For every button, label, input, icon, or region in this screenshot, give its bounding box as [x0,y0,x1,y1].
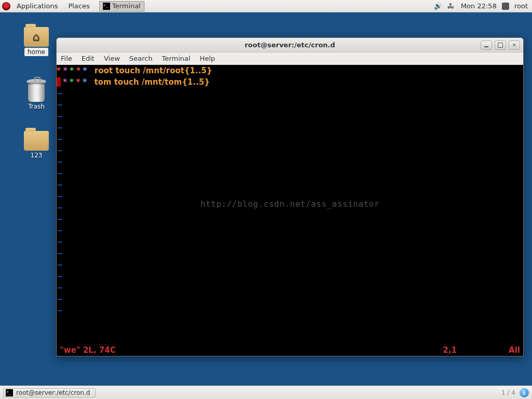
vim-empty-line: ~ [57,122,523,134]
info-icon[interactable] [520,388,529,397]
vim-status-line: "we" 2L, 74C 2,1 All [57,344,523,356]
vim-empty-line: ~ [57,248,523,259]
minimize-button[interactable] [481,41,492,50]
vim-empty-line: ~ [57,88,523,99]
menu-view[interactable]: View [104,55,120,62]
desktop-icon-label: Trash [28,103,45,110]
folder-icon [24,131,49,151]
vim-empty-line: ~ [57,236,523,248]
menubar: File Edit View Search Terminal Help [57,52,523,65]
vim-empty-line: ~ [57,259,523,271]
desktop-icon-label: 123 [31,152,43,159]
menu-search[interactable]: Search [129,55,153,62]
applications-menu[interactable]: Applications [12,2,62,10]
top-task-terminal[interactable]: Terminal [99,1,144,11]
cron-line: * * * * * root touch /mnt/root{1..5} [57,65,523,76]
vim-empty-line: ~ [57,282,523,294]
desktop-icon-trash[interactable]: Trash [16,78,57,110]
maximize-button[interactable] [495,41,506,50]
titlebar[interactable]: root@server:/etc/cron.d [57,38,523,52]
vim-status-right: All [509,344,520,356]
folder-icon [24,27,49,47]
taskbar-item-terminal[interactable]: root@server:/etc/cron.d [3,388,96,397]
vim-empty-line: ~ [57,179,523,191]
workspace-pager[interactable]: 1 / 4 [501,389,515,396]
vim-empty-line: ~ [57,294,523,305]
trash-icon [25,78,47,102]
places-menu[interactable]: Places [64,2,94,10]
top-task-label: Terminal [112,2,141,10]
desktop-icon-home[interactable]: home [16,27,57,56]
distro-icon[interactable] [2,2,10,10]
user-menu[interactable]: root [514,2,528,10]
vim-empty-line: ~ [57,145,523,156]
desktop-icon-folder-123[interactable]: 123 [16,131,57,159]
top-panel: Applications Places Terminal Mon 22:58 r… [0,0,532,12]
vim-empty-line: ~ [57,111,523,122]
taskbar-item-label: root@server:/etc/cron.d [16,389,90,396]
network-icon[interactable] [447,2,456,10]
terminal-window: root@server:/etc/cron.d File Edit View S… [56,37,524,356]
vim-status-pos: 2,1 [443,344,457,356]
desktop-icon-label: home [24,48,48,56]
clock[interactable]: Mon 22:58 [461,2,497,10]
volume-icon[interactable] [434,2,442,10]
cron-line: * * * * * tom touch /mnt/tom{1..5} [57,76,523,88]
vim-empty-line: ~ [57,134,523,145]
vim-status-left: "we" 2L, 74C [60,344,116,356]
logout-icon[interactable] [502,3,509,10]
terminal-icon [6,389,13,396]
menu-file[interactable]: File [61,55,72,62]
menu-edit[interactable]: Edit [82,55,95,62]
terminal-icon [103,3,110,10]
terminal-viewport[interactable]: * * * * * root touch /mnt/root{1..5}* * … [57,65,523,356]
watermark-text: http://blog.csdn.net/ass_assinator [57,200,523,208]
vim-empty-line: ~ [57,99,523,111]
window-title: root@server:/etc/cron.d [57,41,523,49]
vim-empty-line: ~ [57,214,523,225]
menu-terminal[interactable]: Terminal [162,55,190,62]
close-button[interactable] [509,41,520,50]
vim-empty-line: ~ [57,225,523,236]
vim-empty-line: ~ [57,168,523,179]
bottom-panel: root@server:/etc/cron.d 1 / 4 [0,385,532,399]
vim-empty-line: ~ [57,271,523,282]
menu-help[interactable]: Help [200,55,215,62]
vim-empty-line: ~ [57,156,523,168]
vim-empty-line: ~ [57,305,523,316]
